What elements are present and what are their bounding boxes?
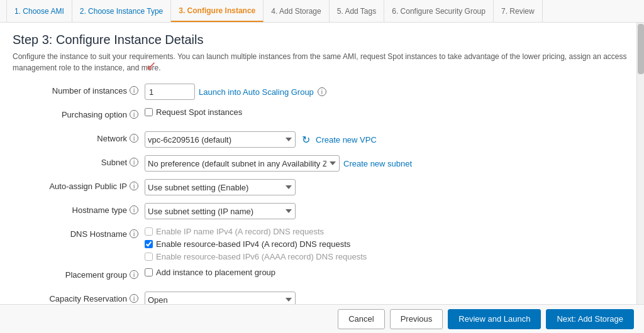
nav-step-choose-instance-type[interactable]: 2. Choose Instance Type [72,0,172,22]
dns-hostname-info-icon[interactable]: i [130,229,138,238]
dns-hostname-label: DNS Hostname i [13,227,145,239]
dns-resource-ipv4-checkbox[interactable] [145,240,153,248]
auto-assign-controls: Use subnet setting (Enable) [145,179,631,195]
main-content: Step 3: Configure Instance Details Confi… [0,23,644,304]
nav-step-add-tags[interactable]: 5. Add Tags [330,0,385,22]
subnet-label: Subnet i [13,155,145,167]
dns-hostname-controls: Enable IP name IPv4 (A record) DNS reque… [145,227,631,261]
page-description: Configure the instance to suit your requ… [13,51,631,74]
hostname-type-controls: Use subnet setting (IP name) [145,203,631,219]
dns-option-2: Enable resource-based IPv4 (A record) DN… [145,239,367,249]
network-label: Network i [13,131,145,143]
hostname-type-select[interactable]: Use subnet setting (IP name) [145,203,296,219]
number-of-instances-label: Number of instances i [13,84,145,96]
capacity-reservation-select[interactable]: Open [145,292,296,304]
auto-assign-select[interactable]: Use subnet setting (Enable) [145,179,296,195]
purchasing-option-row: Purchasing option i Request Spot instanc… [13,107,631,125]
add-placement-group-checkbox[interactable] [145,268,153,276]
capacity-reservation-label: Capacity Reservation i [13,292,145,303]
dns-option-3: Enable resource-based IPv6 (AAAA record)… [145,252,367,261]
hostname-type-row: Hostname type i Use subnet setting (IP n… [13,203,631,221]
create-subnet-link[interactable]: Create new subnet [343,159,412,168]
dns-resource-ipv6-checkbox[interactable] [145,253,153,261]
dns-options-group: Enable IP name IPv4 (A record) DNS reque… [145,227,367,261]
purchasing-option-label: Purchasing option i [13,107,145,119]
nav-step-configure-instance[interactable]: 3. Configure Instance [171,0,264,22]
auto-assign-public-ip-row: Auto-assign Public IP i Use subnet setti… [13,179,631,197]
scrollbar[interactable] [636,23,644,304]
network-select[interactable]: vpc-6c209516 (default) [145,131,296,148]
placement-group-row: Placement group i Add instance to placem… [13,268,631,285]
wizard-nav: 1. Choose AMI 2. Choose Instance Type 3.… [0,0,644,23]
request-spot-instances-checkbox[interactable] [145,108,153,116]
network-info-icon[interactable]: i [130,134,138,143]
placement-group-label: Placement group i [13,268,145,280]
number-of-instances-info-icon[interactable]: i [130,86,138,95]
dns-ipv4-arecord-checkbox[interactable] [145,227,153,236]
next-add-storage-button[interactable]: Next: Add Storage [546,309,634,329]
number-of-instances-controls: Launch into Auto Scaling Group i [145,84,631,100]
previous-button[interactable]: Previous [390,309,443,329]
page-title: Step 3: Configure Instance Details [13,33,631,47]
create-vpc-link[interactable]: Create new VPC [316,135,377,145]
review-launch-button[interactable]: Review and Launch [448,309,541,329]
scrollbar-thumb[interactable] [638,24,644,74]
nav-step-configure-security-group[interactable]: 6. Configure Security Group [384,0,494,22]
hostname-type-label: Hostname type i [13,203,145,215]
purchasing-option-controls: Request Spot instances [145,107,631,117]
nav-step-choose-ami[interactable]: 1. Choose AMI [6,0,72,22]
subnet-select[interactable]: No preference (default subnet in any Ava… [145,155,340,172]
network-controls: vpc-6c209516 (default) ↻ Create new VPC [145,131,631,148]
capacity-reservation-row: Capacity Reservation i Open [13,292,631,304]
hostname-type-info-icon[interactable]: i [130,205,138,214]
subnet-controls: No preference (default subnet in any Ava… [145,155,631,172]
capacity-reservation-controls: Open [145,292,631,304]
add-placement-group-label[interactable]: Add instance to placement group [145,268,275,277]
launch-autoscaling-link[interactable]: Launch into Auto Scaling Group [199,87,314,97]
network-refresh-icon[interactable]: ↻ [299,133,312,146]
subnet-row: Subnet i No preference (default subnet i… [13,155,631,173]
cancel-button[interactable]: Cancel [338,309,384,329]
subnet-info-icon[interactable]: i [130,158,138,166]
placement-group-controls: Add instance to placement group [145,268,631,277]
dns-hostname-row: DNS Hostname i Enable IP name IPv4 (A re… [13,227,631,261]
nav-step-review[interactable]: 7. Review [494,0,543,22]
purchasing-option-info-icon[interactable]: i [130,110,138,119]
placement-group-info-icon[interactable]: i [130,270,138,279]
footer: Cancel Previous Review and Launch Next: … [0,304,644,333]
capacity-reservation-info-icon[interactable]: i [130,294,138,303]
auto-assign-public-ip-label: Auto-assign Public IP i [13,179,145,191]
arrow-indicator: ↙ [146,58,157,73]
request-spot-instances-label[interactable]: Request Spot instances [145,107,242,117]
dns-option-1: Enable IP name IPv4 (A record) DNS reque… [145,227,367,236]
auto-assign-info-icon[interactable]: i [130,182,138,190]
autoscaling-info-icon[interactable]: i [318,87,326,96]
nav-step-add-storage[interactable]: 4. Add Storage [264,0,329,22]
number-of-instances-input[interactable] [145,84,195,100]
number-of-instances-row: Number of instances i Launch into Auto S… [13,84,631,101]
network-row: Network i vpc-6c209516 (default) ↻ Creat… [13,131,631,149]
